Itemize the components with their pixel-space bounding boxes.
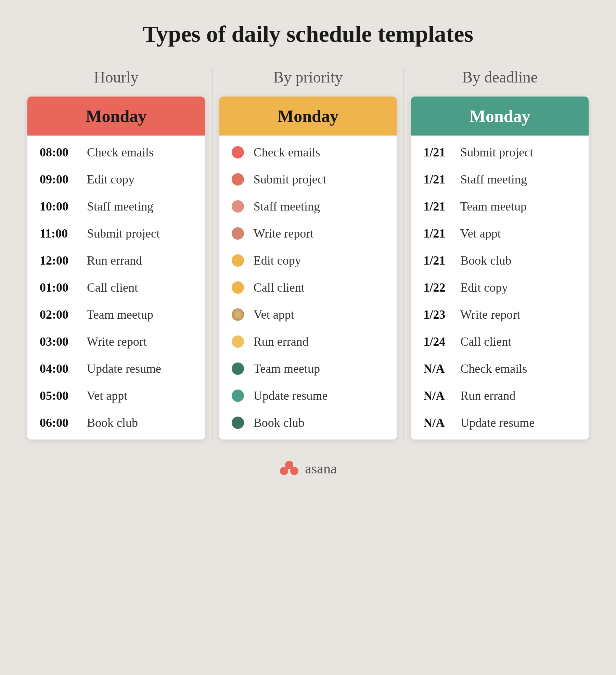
hourly-card-body: 08:00 Check emails 09:00 Edit copy 10:00… [27, 136, 205, 440]
priority-dot [232, 335, 244, 348]
table-row: 10:00 Staff meeting [27, 193, 205, 220]
priority-dot [232, 227, 244, 240]
priority-dot [232, 200, 244, 213]
priority-dot [232, 173, 244, 186]
task-label: Run errand [81, 253, 142, 268]
hourly-card: Monday 08:00 Check emails 09:00 Edit cop… [27, 97, 205, 440]
table-row: 01:00 Call client [27, 274, 205, 301]
table-row: 04:00 Update resume [27, 355, 205, 382]
deadline-label: 1/21 [423, 253, 454, 268]
page-title: Types of daily schedule templates [143, 21, 473, 48]
task-label: Update resume [454, 416, 535, 430]
priority-card-header: Monday [219, 97, 397, 136]
task-label: Book club [454, 253, 511, 268]
time-label: 03:00 [40, 334, 81, 349]
task-label: Call client [254, 280, 305, 295]
table-row: Write report [219, 220, 397, 247]
table-row: 1/21 Staff meeting [411, 166, 589, 193]
task-label: Vet appt [454, 226, 501, 241]
divider-1 [212, 68, 213, 440]
task-label: Update resume [81, 361, 161, 376]
deadline-label: 1/22 [423, 280, 454, 295]
table-row: 12:00 Run errand [27, 247, 205, 274]
task-label: Vet appt [254, 307, 294, 322]
task-label: Run errand [254, 334, 309, 349]
priority-dot [232, 417, 244, 429]
deadline-label: 1/21 [423, 226, 454, 241]
task-label: Write report [454, 307, 520, 322]
task-label: Staff meeting [81, 199, 153, 214]
task-label: Call client [81, 280, 138, 295]
table-row: 02:00 Team meetup [27, 301, 205, 328]
table-row: N/A Check emails [411, 355, 589, 382]
priority-column: By priority Monday Check emails Submit p… [219, 68, 397, 440]
table-row: 1/22 Edit copy [411, 274, 589, 301]
table-row: 1/24 Call client [411, 328, 589, 355]
table-row: N/A Run errand [411, 382, 589, 409]
priority-card: Monday Check emails Submit project Staff… [219, 97, 397, 440]
task-label: Check emails [454, 361, 527, 376]
deadline-label: 1/21 [423, 145, 454, 160]
asana-brand-name: asana [305, 460, 337, 477]
task-label: Submit project [81, 226, 160, 241]
task-label: Vet appt [81, 389, 127, 403]
task-label: Submit project [254, 172, 326, 187]
hourly-card-header: Monday [27, 97, 205, 136]
time-label: 11:00 [40, 226, 81, 241]
time-label: 06:00 [40, 416, 81, 430]
deadline-label: 1/23 [423, 307, 454, 322]
table-row: 11:00 Submit project [27, 220, 205, 247]
deadline-label: 1/24 [423, 334, 454, 349]
table-row: Call client [219, 274, 397, 301]
deadline-label: 1/21 [423, 199, 454, 214]
task-label: Check emails [81, 145, 154, 160]
priority-dot [232, 146, 244, 158]
deadline-card-body: 1/21 Submit project 1/21 Staff meeting 1… [411, 136, 589, 440]
table-row: 1/21 Book club [411, 247, 589, 274]
asana-footer: asana [279, 460, 337, 477]
task-label: Staff meeting [454, 172, 527, 187]
priority-dot [232, 281, 244, 294]
time-label: 12:00 [40, 253, 81, 268]
table-row: Run errand [219, 328, 397, 355]
deadline-label: 1/21 [423, 172, 454, 187]
table-row: 09:00 Edit copy [27, 166, 205, 193]
time-label: 09:00 [40, 172, 81, 187]
time-label: 08:00 [40, 145, 81, 160]
time-label: 01:00 [40, 280, 81, 295]
priority-dot [232, 362, 244, 375]
table-row: 06:00 Book club [27, 409, 205, 436]
priority-dot [232, 390, 244, 402]
hourly-header-label: Hourly [94, 68, 138, 86]
table-row: Staff meeting [219, 193, 397, 220]
deadline-header-label: By deadline [462, 68, 538, 86]
table-row: 1/21 Submit project [411, 139, 589, 166]
task-label: Run errand [454, 389, 515, 403]
priority-header-label: By priority [273, 68, 343, 86]
deadline-column: By deadline Monday 1/21 Submit project 1… [411, 68, 589, 440]
task-label: Team meetup [254, 361, 320, 376]
task-label: Book club [81, 416, 138, 430]
table-row: Book club [219, 409, 397, 436]
task-label: Submit project [454, 145, 533, 160]
columns-container: Hourly Monday 08:00 Check emails 09:00 E… [27, 68, 589, 440]
task-label: Check emails [254, 145, 320, 160]
deadline-label: N/A [423, 361, 454, 376]
table-row: 08:00 Check emails [27, 139, 205, 166]
task-label: Team meetup [454, 199, 527, 214]
time-label: 10:00 [40, 199, 81, 214]
task-label: Edit copy [454, 280, 508, 295]
table-row: Check emails [219, 139, 397, 166]
asana-logo-icon [279, 460, 299, 477]
time-label: 02:00 [40, 307, 81, 322]
time-label: 05:00 [40, 389, 81, 403]
table-row: Vet appt [219, 301, 397, 328]
table-row: 03:00 Write report [27, 328, 205, 355]
priority-card-body: Check emails Submit project Staff meetin… [219, 136, 397, 440]
divider-2 [403, 68, 404, 440]
task-label: Call client [454, 334, 511, 349]
table-row: 1/23 Write report [411, 301, 589, 328]
deadline-label: N/A [423, 389, 454, 403]
hourly-column: Hourly Monday 08:00 Check emails 09:00 E… [27, 68, 205, 440]
task-label: Write report [81, 334, 147, 349]
